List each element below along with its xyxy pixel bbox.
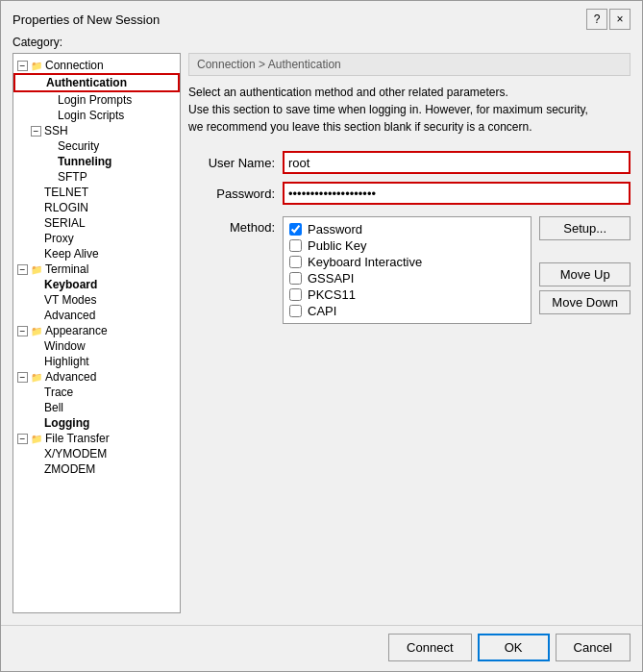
expand-icon[interactable]: − (17, 61, 28, 71)
dialog-body: Category: −📁ConnectionAuthenticationLogi… (1, 34, 642, 625)
folder-icon: 📁 (31, 434, 42, 444)
ok-button[interactable]: OK (478, 634, 550, 661)
tree-item[interactable]: Login Scripts (13, 108, 180, 123)
tree-item[interactable]: Trace (13, 385, 180, 400)
method-checkbox-pkcs11[interactable] (289, 288, 302, 301)
password-label: Password: (188, 187, 275, 201)
method-item[interactable]: Keyboard Interactive (287, 254, 527, 270)
tree-item[interactable]: Highlight (13, 354, 180, 369)
tree-item-label: SSH (44, 124, 68, 137)
tree-item[interactable]: −SSH (13, 123, 180, 138)
folder-icon: 📁 (31, 372, 42, 383)
method-label-gssapi: GSSAPI (308, 271, 354, 286)
content-panel: Connection > Authentication Select an au… (188, 53, 631, 613)
connect-button[interactable]: Connect (388, 634, 471, 661)
method-checkbox-capi[interactable] (289, 305, 302, 317)
dialog-title: Properties of New Session (12, 12, 160, 27)
expand-icon[interactable]: − (17, 434, 28, 444)
tree-item-label: Authentication (46, 76, 127, 89)
tree-item[interactable]: −📁File Transfer (13, 431, 180, 446)
bottom-bar: Connect OK Cancel (1, 625, 642, 671)
username-input[interactable] (283, 151, 631, 174)
tree-item-label: Security (58, 139, 99, 153)
tree-item-label: X/YMODEM (44, 447, 107, 460)
close-button[interactable]: × (609, 9, 631, 30)
title-bar: Properties of New Session ? × (1, 1, 642, 34)
tree-item[interactable]: Logging (13, 415, 180, 431)
setup-button[interactable]: Setup... (539, 216, 631, 240)
expand-icon[interactable]: − (17, 326, 28, 336)
tree-item-label: Window (44, 339, 86, 353)
tree-item[interactable]: −📁Connection (13, 58, 180, 73)
method-label-keyboard-interactive: Keyboard Interactive (308, 255, 422, 269)
method-label: Method: (188, 216, 275, 235)
method-item[interactable]: Password (287, 221, 527, 237)
expand-icon[interactable]: − (17, 372, 28, 383)
password-input[interactable] (283, 182, 631, 205)
description-text: Select an authentication method and othe… (188, 84, 631, 136)
tree-item-label: SFTP (58, 170, 87, 184)
tree-item-label: Trace (44, 386, 73, 399)
tree-item-label: RLOGIN (44, 201, 88, 214)
tree-item[interactable]: RLOGIN (13, 200, 180, 215)
tree-item[interactable]: Login Prompts (13, 92, 180, 108)
tree-item[interactable]: Authentication (13, 73, 180, 92)
tree-item-label: Login Prompts (58, 93, 132, 107)
tree-item[interactable]: −📁Terminal (13, 261, 180, 277)
help-button[interactable]: ? (586, 9, 607, 30)
tree-item-label: Login Scripts (58, 109, 124, 122)
tree-item-label: Keep Alive (44, 247, 99, 261)
main-area: −📁ConnectionAuthenticationLogin PromptsL… (12, 53, 631, 613)
tree-item[interactable]: SERIAL (13, 215, 180, 231)
tree-item-label: Connection (45, 59, 104, 72)
expand-icon[interactable]: − (17, 264, 28, 275)
method-checkbox-password[interactable] (289, 223, 302, 236)
tree-item[interactable]: Proxy (13, 231, 180, 246)
tree-item[interactable]: ZMODEM (13, 461, 180, 477)
method-checkbox-gssapi[interactable] (289, 272, 302, 285)
tree-item[interactable]: Security (13, 138, 180, 154)
expand-icon[interactable]: − (31, 126, 41, 137)
method-label-pkcs11: PKCS11 (308, 287, 356, 302)
tree-item-label: Appearance (45, 324, 108, 337)
tree-item-label: SERIAL (44, 216, 86, 230)
method-item[interactable]: Public Key (287, 237, 527, 254)
method-item[interactable]: CAPI (287, 303, 527, 319)
tree-item[interactable]: −📁Appearance (13, 323, 180, 338)
tree-item[interactable]: Bell (13, 400, 180, 415)
method-buttons: Setup... Move Up Move Down (539, 216, 631, 314)
folder-icon: 📁 (31, 264, 42, 275)
move-down-button[interactable]: Move Down (539, 290, 631, 314)
tree-item[interactable]: Tunneling (13, 154, 180, 169)
dialog: Properties of New Session ? × Category: … (0, 0, 643, 672)
tree-item-label: Proxy (44, 232, 74, 245)
tree-item[interactable]: −📁Advanced (13, 369, 180, 385)
method-item[interactable]: GSSAPI (287, 270, 527, 286)
tree-item[interactable]: VT Modes (13, 292, 180, 308)
tree-item[interactable]: Window (13, 338, 180, 354)
tree-item-label: Bell (44, 401, 63, 414)
password-row: Password: (188, 182, 631, 205)
tree-item-label: Highlight (44, 355, 89, 368)
method-label-password: Password (308, 222, 362, 236)
move-up-button[interactable]: Move Up (539, 262, 631, 286)
tree-item-label: Logging (44, 416, 89, 430)
title-bar-buttons: ? × (586, 9, 631, 30)
tree-item[interactable]: TELNET (13, 185, 180, 200)
tree-item-label: Tunneling (58, 155, 111, 168)
tree-item[interactable]: SFTP (13, 169, 180, 185)
description-line-1: Use this section to save time when loggi… (188, 101, 631, 118)
method-list: PasswordPublic KeyKeyboard InteractiveGS… (283, 216, 532, 324)
tree-item[interactable]: X/YMODEM (13, 446, 180, 461)
tree-panel[interactable]: −📁ConnectionAuthenticationLogin PromptsL… (12, 53, 181, 613)
method-checkbox-keyboard-interactive[interactable] (289, 256, 302, 268)
tree-item[interactable]: Advanced (13, 308, 180, 323)
tree-item[interactable]: Keep Alive (13, 246, 180, 261)
description-line-0: Select an authentication method and othe… (188, 84, 631, 101)
tree-item[interactable]: Keyboard (13, 277, 180, 292)
method-checkbox-public-key[interactable] (289, 239, 302, 252)
method-item[interactable]: PKCS11 (287, 286, 527, 303)
tree-item-label: TELNET (44, 186, 88, 199)
cancel-button[interactable]: Cancel (556, 634, 631, 661)
tree-item-label: Advanced (45, 370, 96, 384)
